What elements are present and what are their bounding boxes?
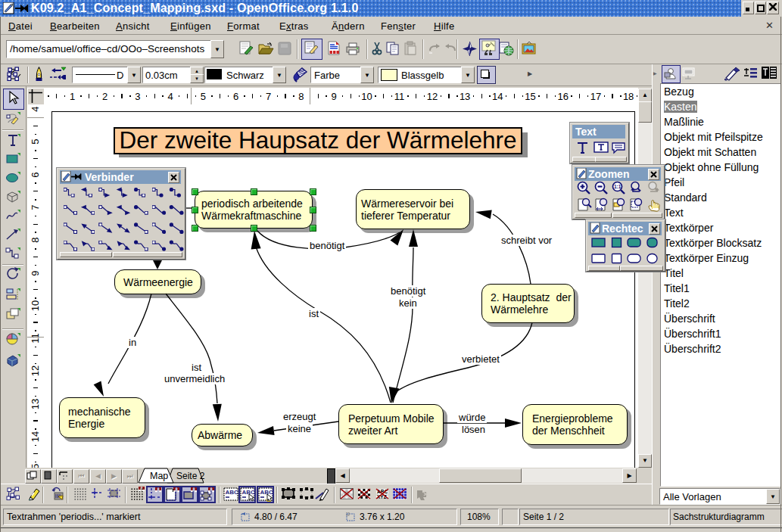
svg-text:Map: Map (150, 471, 168, 481)
svg-text:ABC: ABC (226, 489, 239, 496)
svg-text:1:1: 1:1 (614, 184, 622, 189)
svg-text:ABC: ABC (260, 489, 273, 496)
svg-text:Seite 2: Seite 2 (176, 471, 205, 481)
svg-text:ABC: ABC (242, 489, 255, 496)
